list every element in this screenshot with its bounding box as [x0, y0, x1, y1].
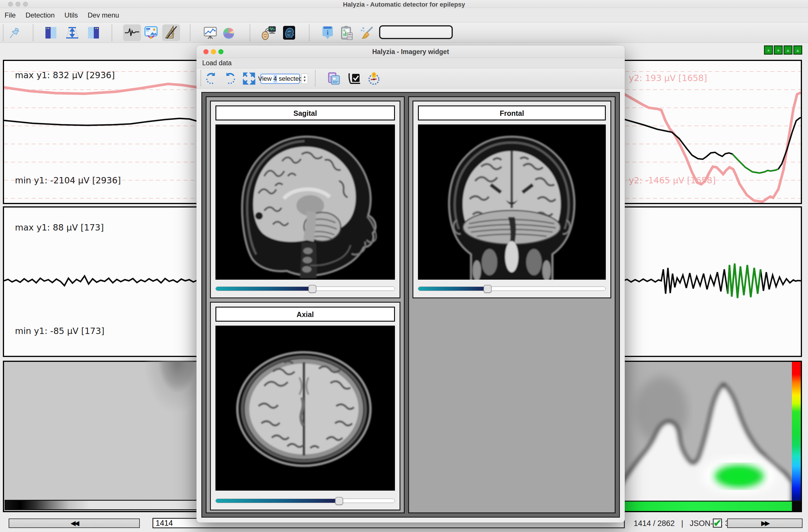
info-icon[interactable]: i — [319, 24, 336, 41]
toolbar-separator — [190, 24, 190, 41]
rewind-button[interactable]: ◀◀ — [8, 518, 140, 528]
svg-text:i: i — [327, 29, 329, 36]
forward-button[interactable]: ▶▶ — [727, 518, 803, 528]
sagital-slice-slider[interactable] — [216, 287, 395, 291]
setsquare-icon[interactable] — [162, 24, 180, 41]
sagital-view-title: Sagital — [216, 106, 395, 120]
spectrogram-smudge — [128, 361, 208, 447]
montage-icon[interactable] — [143, 24, 159, 41]
toolbar-separator — [201, 70, 201, 86]
head-scan-icon[interactable] — [281, 24, 297, 41]
imagery-right-column: Frontal — [408, 96, 616, 513]
indicator-circle-1[interactable]: ● — [764, 45, 773, 55]
chart-board-icon[interactable] — [202, 24, 219, 41]
eeg-monitoring-icon[interactable] — [261, 24, 277, 41]
imagery-left-column: Sagital — [206, 96, 405, 513]
frontal-slider-fill — [418, 287, 488, 290]
toolbar-separator — [250, 24, 250, 41]
expand-icon[interactable] — [241, 71, 257, 86]
chevron-down-icon[interactable]: ▼ — [303, 79, 306, 82]
imagery-content-frame: Sagital — [201, 92, 620, 518]
toolbar-separator — [112, 24, 112, 41]
axial-mri-image[interactable] — [216, 326, 395, 491]
toolbar-separator — [33, 24, 33, 41]
indicator-triangle-2[interactable]: ▲ — [793, 45, 802, 55]
sagital-view-panel: Sagital — [210, 100, 400, 298]
menubar: File Detection Utils Dev menu — [0, 8, 808, 22]
spinbox-prefix: View — [258, 75, 273, 82]
frontal-slice-slider[interactable] — [418, 287, 606, 291]
sagital-slider-handle[interactable] — [308, 285, 316, 293]
frontal-slider-handle[interactable] — [483, 285, 492, 293]
min-y1-label: min y1: -2104 µV [2936] — [15, 175, 121, 185]
axial-view-panel: Axial — [210, 302, 400, 510]
frontal-mri-image[interactable] — [418, 125, 606, 280]
min-y2-label: y2: -1465 µV [1658] — [629, 175, 716, 185]
axial-slice-slider[interactable] — [216, 499, 395, 503]
gauge-icon[interactable] — [366, 71, 382, 86]
axial-slider-handle[interactable] — [335, 497, 343, 505]
menu-utils[interactable]: Utils — [65, 11, 78, 19]
panel-right-icon[interactable] — [85, 24, 102, 41]
heatmap-green-bar — [624, 501, 792, 511]
heatmap-colorbar — [792, 362, 801, 501]
min-y1-label-2: min y1: -85 µV [173] — [15, 326, 105, 336]
indicator-circle-2[interactable]: ● — [774, 45, 783, 55]
dialog-titlebar: Halyzia - Imagery widget — [197, 45, 625, 58]
frontal-view-title: Frontal — [418, 106, 606, 120]
max-y2-label: y2: 193 µV [1658] — [629, 73, 707, 83]
dialog-toolbar: View 4 selected ▲▼ — [197, 69, 625, 89]
axial-slider-fill — [216, 499, 339, 503]
axial-view-title: Axial — [216, 307, 395, 322]
toolbar-separator — [315, 70, 315, 86]
heatmap-panel — [623, 362, 801, 511]
window-title: Halyzia - Automatic detector for epileps… — [0, 1, 808, 8]
toolbar-separator — [309, 24, 310, 41]
menu-dev-menu[interactable]: Dev menu — [88, 11, 119, 19]
rotate-ccw-icon[interactable] — [203, 71, 219, 86]
report-calculator-icon[interactable] — [338, 24, 355, 41]
dialog-menubar: Load data — [197, 58, 625, 69]
heatmap-image — [624, 362, 792, 501]
spinbox-stepper[interactable]: ▲▼ — [301, 74, 308, 84]
broom-icon[interactable] — [359, 24, 375, 41]
indicator-triangle-1[interactable]: ▲ — [784, 45, 792, 55]
plot-check-icon[interactable] — [347, 71, 362, 86]
spinbox-selected: 4 — [274, 75, 277, 82]
frame-progress: 1414 / 2862 | JSON-ID: 3266 — [634, 519, 742, 528]
waveform-icon[interactable] — [123, 24, 141, 41]
confirm-checkbox[interactable]: ✔ — [713, 518, 722, 528]
height-measure-icon[interactable] — [64, 24, 80, 41]
menu-load-data[interactable]: Load data — [202, 59, 232, 67]
detection-indicators: ● ● ▲ ▲ — [764, 45, 802, 55]
frontal-view-panel: Frontal — [412, 100, 611, 298]
imagery-widget-dialog: Halyzia - Imagery widget Load data View … — [197, 45, 625, 522]
menu-file[interactable]: File — [5, 11, 16, 19]
pie-chart-icon[interactable] — [220, 24, 237, 41]
pushpin-icon[interactable] — [7, 24, 23, 41]
dialog-title: Halyzia - Imagery widget — [197, 48, 625, 56]
toolbar-search-input[interactable] — [379, 25, 453, 39]
window-titlebar: Halyzia - Automatic detector for epileps… — [0, 0, 808, 8]
progress-divider: | — [681, 519, 683, 528]
sagital-slider-fill — [216, 287, 312, 290]
spinbox-suffix: selected — [277, 75, 302, 82]
max-y1-label: max y1: 832 µV [2936] — [15, 70, 115, 80]
heatmap-colorbar-end — [792, 501, 801, 511]
toolbar-separator — [3, 24, 3, 41]
toolbar: i — [0, 23, 808, 43]
progress-counter: 1414 / 2862 — [634, 519, 675, 528]
rotate-cw-icon[interactable] — [222, 71, 238, 86]
max-y1-label-2: max y1: 88 µV [173] — [15, 223, 104, 232]
montage-cards-icon[interactable] — [326, 71, 342, 86]
menu-detection[interactable]: Detection — [25, 11, 55, 19]
sagital-mri-image[interactable] — [216, 125, 395, 280]
panel-left-icon[interactable] — [42, 24, 59, 41]
view-spinbox[interactable]: View 4 selected — [260, 74, 300, 84]
